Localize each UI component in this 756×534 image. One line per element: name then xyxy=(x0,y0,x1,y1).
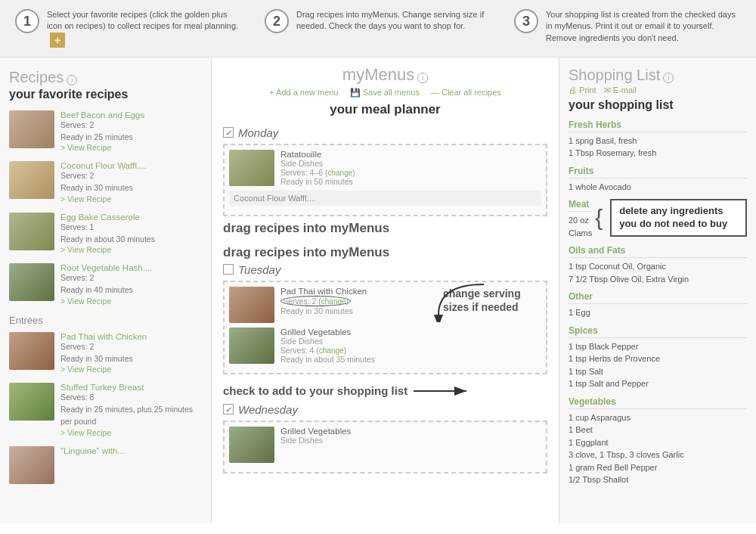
shopping-info-icon[interactable]: i xyxy=(663,73,674,83)
menu-recipe-ready: Ready in about 35 minutes xyxy=(280,355,541,364)
recipe-name[interactable]: Root Vegetable Hash.... xyxy=(60,263,202,272)
shopping-content: Fresh Herbs 1 sprig Basil, fresh 1 Tbsp … xyxy=(569,120,747,492)
menus-info-icon[interactable]: i xyxy=(417,73,428,83)
category-name: Oils and Fats xyxy=(569,245,747,258)
shop-item[interactable]: 1 cup Asparagus xyxy=(569,411,747,424)
serves-circle: Serves: 2 (change) xyxy=(280,296,351,306)
check-arrow xyxy=(414,383,474,399)
recipes-info-icon[interactable]: i xyxy=(67,75,77,85)
shop-item[interactable]: 1 Tbsp Rosemary, fresh xyxy=(569,147,747,160)
drag-label: drag recipes into myMenus xyxy=(223,221,547,236)
print-button[interactable]: 🖨 Print xyxy=(569,85,596,95)
recipe-info: Egg Bake Casserole Serves: 1 Ready in ab… xyxy=(60,213,202,255)
tuesday-checkbox[interactable] xyxy=(223,264,234,275)
shop-item[interactable]: 1 gram Red Bell Pepper xyxy=(569,461,747,474)
recipes-column: Recipesi your favorite recipes Beef Baco… xyxy=(0,57,212,523)
category-name: Vegetables xyxy=(569,396,747,409)
shop-item[interactable]: 1 Eggplant xyxy=(569,436,747,449)
menu-recipe-name: Grilled Vegetables xyxy=(280,427,541,436)
category-name: Other xyxy=(569,291,747,304)
shop-item[interactable]: 1/2 Tbsp Shallot xyxy=(569,473,747,486)
recipe-name[interactable]: "Linguine" with... xyxy=(60,446,202,455)
menu-recipe-info: Grilled Vegetables Side Dishes xyxy=(280,427,541,445)
category-fruits: Fruits 1 whole Avocado xyxy=(569,166,747,194)
shop-item[interactable]: 1 tsp Salt and Pepper xyxy=(569,377,747,390)
recipe-view-link[interactable]: > View Recipe xyxy=(60,428,202,437)
menu-recipe-item: Ratatouille Side Dishes Serves: 4–6 (cha… xyxy=(229,150,541,186)
recipe-thumbnail xyxy=(9,383,54,421)
recipe-ready: Ready in 40 minutes xyxy=(60,284,202,296)
recipe-name[interactable]: Beef Bacon and Eggs xyxy=(60,110,202,120)
monday-section: ✓ Monday Ratatouille Side Dishes Serves:… xyxy=(223,126,547,236)
shop-item[interactable]: 1 tsp Black Pepper xyxy=(569,340,747,353)
recipes-title: Recipesi xyxy=(9,69,202,86)
recipe-view-link[interactable]: > View Recipe xyxy=(60,296,202,306)
menu-recipe-serves: Serves: 4 (change) xyxy=(280,346,541,355)
email-icon: ✉ xyxy=(604,85,613,95)
category-other: Other 1 Egg xyxy=(569,291,747,319)
menu-recipe-info: Grilled Vegetables Side Dishes Serves: 4… xyxy=(280,328,541,364)
shop-item[interactable]: 1 Beet xyxy=(569,424,747,436)
menu-recipe-thumbnail xyxy=(229,287,274,323)
instruction-bar: 1 Select your favorite recipes (click th… xyxy=(0,0,756,57)
menu-recipe-name: Grilled Vegetables xyxy=(280,328,541,337)
save-icon: 💾 xyxy=(350,88,363,97)
shop-item[interactable]: 1 tsp Salt xyxy=(569,365,747,378)
recipe-view-link[interactable]: > View Recipe xyxy=(60,245,202,254)
shop-item[interactable]: 1 whole Avocado xyxy=(569,181,747,194)
recipe-name[interactable]: Stuffed Turkey Breast xyxy=(60,383,202,392)
recipe-view-link[interactable]: > View Recipe xyxy=(60,143,202,152)
wednesday-checkbox[interactable]: ✓ xyxy=(223,404,234,414)
menu-recipe-info: Pad Thai with Chicken Serves: 2 (change)… xyxy=(280,287,431,315)
recipe-item: Egg Bake Casserole Serves: 1 Ready in ab… xyxy=(9,213,202,255)
recipe-item: Root Vegetable Hash.... Serves: 2 Ready … xyxy=(9,263,202,306)
recipe-ready: Ready in about 30 minutes xyxy=(60,234,202,246)
shop-item[interactable]: 1 Egg xyxy=(569,306,747,319)
recipe-name[interactable]: Coconut Flour Waffl.... xyxy=(60,161,202,170)
recipe-serves: Serves: 2 xyxy=(60,170,202,182)
recipe-thumbnail xyxy=(9,110,54,148)
recipe-name[interactable]: Pad Thai with Chicken xyxy=(60,332,202,341)
shop-item[interactable]: 1 sprig Basil, fresh xyxy=(569,135,747,147)
menu-recipe-ready: Ready in 50 minutes xyxy=(280,177,541,186)
recipe-info: "Linguine" with... xyxy=(60,446,202,455)
category-name: Meat xyxy=(569,199,592,212)
step-3-number: 3 xyxy=(514,9,538,33)
entrees-section-label: Entrées xyxy=(9,315,202,326)
step-2-number: 2 xyxy=(265,9,289,33)
shop-item[interactable]: 1 tsp Coconut Oil, Organic xyxy=(569,260,747,273)
add-menu-button[interactable]: + Add a new menu xyxy=(269,88,338,98)
monday-drop-area[interactable]: Ratatouille Side Dishes Serves: 4–6 (cha… xyxy=(223,144,547,216)
shop-item[interactable]: 20 oz Clams xyxy=(569,214,592,239)
coconut-waffle-placeholder: Coconut Flour Waffl.... xyxy=(229,191,541,206)
clear-recipes-button[interactable]: — Clear all recipes xyxy=(431,88,501,98)
monday-label: Monday xyxy=(238,126,278,139)
recipe-thumbnail xyxy=(9,446,54,484)
menus-title: myMenusi xyxy=(223,65,547,85)
recipes-subtitle: your favorite recipes xyxy=(9,88,202,101)
step-1: 1 Select your favorite recipes (click th… xyxy=(15,9,242,48)
menu-recipe-item: Coconut Flour Waffl.... xyxy=(229,191,541,206)
save-menus-button[interactable]: 💾 Save all menus xyxy=(350,88,420,98)
email-button[interactable]: ✉ E-mail xyxy=(604,85,637,95)
step-2-text: Drag recipes into myMenus. Change servin… xyxy=(296,9,491,33)
drag-arrow xyxy=(423,277,514,322)
wednesday-drop-area[interactable]: Grilled Vegetables Side Dishes xyxy=(223,421,547,473)
shop-item[interactable]: 7 1/2 Tbsp Olive Oil, Extra Virgin xyxy=(569,273,747,286)
recipe-item: Stuffed Turkey Breast Serves: 8 Ready in… xyxy=(9,383,202,436)
shopping-title: Shopping Listi xyxy=(569,67,747,84)
menu-recipe-item: Grilled Vegetables Side Dishes xyxy=(229,427,541,463)
step-3-text: Your shopping list is created from the c… xyxy=(546,9,741,44)
monday-checkbox[interactable]: ✓ xyxy=(223,127,234,138)
change-serves-link-tue2[interactable]: change xyxy=(319,346,344,355)
shop-item[interactable]: 3 clove, 1 Tbsp, 3 cloves Garlic xyxy=(569,449,747,461)
recipe-view-link[interactable]: > View Recipe xyxy=(60,194,202,203)
plus-icon[interactable]: + xyxy=(50,33,65,48)
change-serves-link-tue[interactable]: change xyxy=(321,297,346,306)
change-serves-link[interactable]: change xyxy=(327,169,352,177)
recipe-view-link[interactable]: > View Recipe xyxy=(60,365,202,374)
recipe-name[interactable]: Egg Bake Casserole xyxy=(60,213,202,222)
shop-item[interactable]: 1 tsp Herbs de Provence xyxy=(569,352,747,365)
check-instruction-row: check to add to your shopping list xyxy=(223,383,547,399)
wednesday-section: ✓ Wednesday Grilled Vegetables Side Dish… xyxy=(223,403,547,473)
